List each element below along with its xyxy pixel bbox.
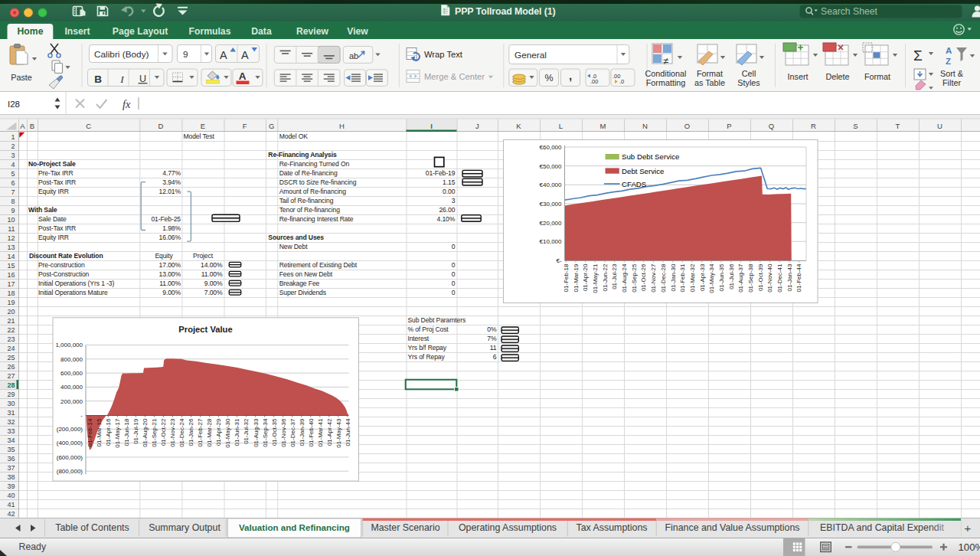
svg-text:Tail of Re-financing: Tail of Re-financing	[279, 197, 334, 204]
svg-text:800,000: 800,000	[60, 356, 83, 363]
svg-text:14: 14	[7, 253, 15, 260]
svg-text:01-Feb-14: 01-Feb-14	[87, 418, 93, 446]
svg-text:01-Sep-38: 01-Sep-38	[747, 263, 754, 293]
svg-text:0: 0	[452, 289, 456, 296]
svg-text:Operating Assumptions: Operating Assumptions	[459, 522, 557, 533]
svg-text:Page Layout: Page Layout	[113, 26, 168, 37]
svg-text:Calibri (Body): Calibri (Body)	[94, 49, 149, 60]
svg-text:New Debt: New Debt	[279, 243, 309, 250]
svg-text:J: J	[475, 122, 479, 130]
svg-text:29: 29	[7, 391, 15, 398]
svg-text:14.00%: 14.00%	[201, 261, 223, 269]
svg-text:Formatting: Formatting	[646, 78, 686, 87]
svg-text:Valuation and Refinancing: Valuation and Refinancing	[239, 522, 350, 532]
svg-text:01-Aug-20: 01-Aug-20	[142, 418, 149, 447]
svg-text:13.00%: 13.00%	[159, 270, 181, 278]
svg-text:Equity IRR: Equity IRR	[38, 188, 69, 195]
svg-text:01-Aug-24: 01-Aug-24	[621, 263, 628, 293]
svg-text:01-Feb-25: 01-Feb-25	[151, 215, 181, 223]
svg-text:8: 8	[11, 198, 15, 205]
svg-text:.0: .0	[619, 78, 624, 85]
svg-text:01-Oct-35: 01-Oct-35	[271, 418, 278, 446]
svg-text:01-Jul-23: 01-Jul-23	[611, 263, 618, 289]
svg-text:(600,000): (600,000)	[57, 454, 83, 461]
svg-text:Pre-construction: Pre-construction	[38, 261, 85, 269]
svg-text:39: 39	[7, 482, 15, 490]
svg-text:01-Feb-44: 01-Feb-44	[795, 263, 802, 292]
svg-text:01-Apr-20: 01-Apr-20	[582, 263, 589, 291]
svg-text:R: R	[811, 122, 816, 130]
svg-text:Post-Construction: Post-Construction	[38, 270, 90, 278]
svg-text:A: A	[946, 46, 952, 55]
svg-text:Formulas: Formulas	[189, 26, 231, 37]
svg-text:I28: I28	[8, 100, 20, 109]
svg-text:Retirement of Existing Debt: Retirement of Existing Debt	[279, 261, 358, 269]
svg-text:Finance and Value Assumptions: Finance and Value Assumptions	[665, 522, 799, 533]
svg-text:U: U	[937, 122, 942, 130]
svg-text:Merge & Center: Merge & Center	[424, 72, 485, 81]
svg-text:Re-Financing Turned On: Re-Financing Turned On	[279, 160, 350, 168]
svg-text:4: 4	[11, 161, 15, 168]
svg-text:13: 13	[7, 244, 15, 251]
svg-text:21: 21	[7, 317, 15, 325]
svg-text:≠: ≠	[663, 55, 668, 67]
svg-text:Model Test: Model Test	[184, 132, 215, 140]
svg-text:22: 22	[7, 326, 15, 334]
svg-text:(400,000): (400,000)	[57, 440, 83, 446]
svg-text:15: 15	[7, 262, 15, 270]
svg-text:Equity IRR: Equity IRR	[38, 234, 69, 241]
svg-text:01-Dec-37: 01-Dec-37	[289, 418, 296, 447]
svg-text:Delete: Delete	[825, 72, 849, 81]
svg-text:F: F	[243, 122, 247, 130]
svg-text:01-Feb-19: 01-Feb-19	[426, 169, 456, 177]
svg-text:Tax Assumptions: Tax Assumptions	[577, 522, 648, 533]
svg-text:41: 41	[7, 501, 15, 509]
svg-text:7.00%: 7.00%	[204, 289, 223, 296]
svg-text:M: M	[600, 122, 606, 130]
svg-text:Date of Re-financing: Date of Re-financing	[279, 169, 338, 177]
svg-text:L: L	[559, 122, 563, 130]
svg-text:31: 31	[7, 409, 15, 417]
svg-text:6: 6	[493, 353, 497, 361]
svg-text:DSCR to Size Re-financing: DSCR to Size Re-financing	[279, 178, 357, 186]
svg-text:Ready: Ready	[19, 541, 47, 552]
svg-text:01-Oct-22: 01-Oct-22	[160, 418, 167, 446]
svg-text:01-Apr-29: 01-Apr-29	[215, 418, 222, 446]
svg-text:€30,000: €30,000	[540, 201, 562, 208]
svg-text:01-Feb-40: 01-Feb-40	[308, 418, 315, 446]
svg-text:01-Feb-27: 01-Feb-27	[197, 418, 204, 446]
svg-text:B: B	[30, 122, 34, 130]
svg-text:General: General	[514, 50, 547, 61]
svg-text:9: 9	[11, 207, 15, 214]
svg-text:25: 25	[7, 354, 15, 361]
svg-text:01-Jan-30: 01-Jan-30	[670, 263, 677, 292]
svg-text:200,000: 200,000	[60, 398, 83, 405]
svg-text:01-Jul-36: 01-Jul-36	[728, 263, 735, 289]
svg-text:CFADS: CFADS	[622, 180, 647, 188]
svg-text:17.00%: 17.00%	[159, 261, 181, 269]
svg-text:01-Feb-18: 01-Feb-18	[563, 263, 570, 292]
svg-text:3: 3	[452, 197, 456, 204]
svg-text:01-Aug-33: 01-Aug-33	[253, 418, 260, 447]
svg-text:24: 24	[7, 345, 15, 352]
svg-text:Wrap Text: Wrap Text	[424, 50, 463, 59]
svg-text:5: 5	[11, 170, 15, 178]
svg-text:01-Jun-44: 01-Jun-44	[345, 418, 351, 446]
svg-text:01-Nov-27: 01-Nov-27	[650, 263, 657, 293]
svg-text:€50,000: €50,000	[540, 163, 562, 170]
svg-text:01-Jul-32: 01-Jul-32	[243, 418, 250, 444]
svg-text:01-Mar-19: 01-Mar-19	[573, 263, 580, 292]
svg-text:01-May-17: 01-May-17	[114, 418, 121, 448]
svg-text:Equity: Equity	[155, 252, 173, 260]
svg-text:Sub Debt Paramters: Sub Debt Paramters	[407, 316, 466, 324]
svg-text:01-Sep-25: 01-Sep-25	[631, 263, 638, 293]
svg-text:P: P	[727, 122, 731, 130]
svg-text:1.15: 1.15	[443, 178, 456, 186]
svg-text:26: 26	[7, 363, 15, 371]
svg-text:01-Jun-18: 01-Jun-18	[123, 418, 130, 446]
svg-text:01-Jan-26: 01-Jan-26	[188, 418, 194, 446]
svg-text:View: View	[347, 26, 368, 37]
svg-text:1: 1	[11, 133, 15, 141]
svg-text:Home: Home	[18, 26, 44, 37]
svg-text:Q: Q	[769, 122, 774, 130]
